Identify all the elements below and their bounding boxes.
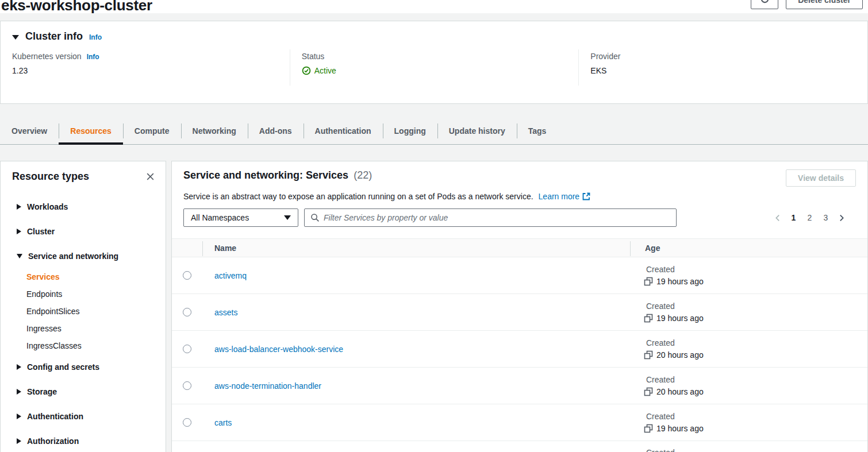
refresh-icon [760, 0, 770, 6]
age-value: 19 hours ago [656, 424, 704, 433]
close-icon[interactable] [145, 172, 155, 181]
cluster-info-info-link[interactable]: Info [89, 33, 102, 41]
row-radio-button[interactable] [183, 308, 191, 316]
page-number-3[interactable]: 3 [820, 213, 831, 222]
field-status: Status Active [290, 49, 579, 86]
service-link[interactable]: aws-load-balancer-webhook-service [214, 345, 343, 354]
column-header-name: Name [202, 244, 630, 253]
service-link[interactable]: aws-node-termination-handler [214, 381, 321, 391]
tab-tags[interactable]: Tags [517, 118, 558, 144]
cluster-info-card: Cluster info Info Kubernetes version Inf… [0, 21, 868, 104]
service-link[interactable]: assets [214, 308, 237, 317]
chevron-right-icon [17, 204, 21, 210]
sidebar-group-label: Cluster [27, 227, 55, 236]
tab-overview[interactable]: Overview [0, 118, 59, 144]
age-value: 19 hours ago [656, 314, 704, 323]
collapse-caret-icon[interactable] [12, 35, 19, 40]
created-label: Created [645, 265, 867, 274]
age-value: 20 hours ago [656, 350, 704, 360]
resource-types-panel: Resource types Workloads Cluster Service… [0, 161, 166, 452]
table-row: aws-load-balancer-webhook-service Create… [172, 331, 867, 368]
chevron-right-icon [17, 364, 21, 370]
tab-resources[interactable]: Resources [59, 118, 123, 144]
sidebar-group-cluster[interactable]: Cluster [1, 219, 166, 244]
provider-value: EKS [590, 66, 856, 75]
chevron-right-icon [17, 438, 21, 444]
kubernetes-version-info-link[interactable]: Info [87, 53, 99, 61]
created-label: Created [645, 375, 867, 384]
copy-icon[interactable] [644, 424, 653, 433]
cluster-tabs: Overview Resources Compute Networking Ad… [0, 118, 868, 145]
tab-compute[interactable]: Compute [123, 118, 181, 144]
row-radio-button[interactable] [183, 271, 191, 280]
services-panel: Service and networking: Services (22) Vi… [171, 161, 868, 452]
search-icon [310, 213, 320, 222]
learn-more-link[interactable]: Learn more [539, 192, 592, 201]
service-link[interactable]: activemq [214, 271, 247, 280]
sidebar-group-authorization[interactable]: Authorization [1, 428, 166, 452]
row-radio-button[interactable] [183, 381, 191, 390]
services-count: (22) [354, 169, 372, 181]
sidebar-group-label: Config and secrets [27, 362, 99, 372]
table-row: aws-node-termination-handler Created 20 … [172, 368, 867, 404]
sidebar-group-authentication[interactable]: Authentication [1, 404, 166, 428]
namespace-dropdown-value: All Namespaces [191, 213, 249, 222]
page-title: eks-workshop-cluster [1, 0, 868, 14]
resource-types-title: Resource types [12, 171, 89, 183]
copy-icon[interactable] [644, 277, 653, 286]
tab-logging[interactable]: Logging [383, 118, 437, 144]
dropdown-caret-icon [284, 215, 291, 220]
table-header-row: Name Age [172, 238, 867, 257]
check-circle-icon [302, 66, 311, 75]
services-filter-input[interactable] [324, 213, 670, 222]
previous-page-icon[interactable] [773, 214, 783, 222]
copy-icon[interactable] [644, 387, 653, 396]
chevron-right-icon [17, 229, 21, 234]
column-header-age: Age [630, 244, 867, 253]
next-page-icon[interactable] [836, 214, 847, 222]
sidebar-group-storage[interactable]: Storage [1, 379, 166, 404]
age-value: 20 hours ago [656, 387, 704, 396]
sidebar-group-config-and-secrets[interactable]: Config and secrets [1, 354, 166, 379]
sidebar-item-endpoints[interactable]: Endpoints [1, 285, 166, 303]
sidebar-group-service-and-networking[interactable]: Service and networking [1, 244, 166, 268]
chevron-right-icon [17, 414, 21, 419]
table-row: assets Created 19 hours ago [172, 294, 867, 331]
sidebar-item-ingresses[interactable]: Ingresses [1, 320, 166, 337]
page-number-1[interactable]: 1 [788, 213, 799, 222]
table-row: carts Created 19 hours ago [172, 404, 867, 441]
sidebar-group-workloads[interactable]: Workloads [1, 194, 166, 219]
page-header: eks-workshop-cluster Delete cluster [0, 0, 868, 13]
services-table: Name Age activemq Created 19 hours ago [172, 238, 867, 452]
sidebar-group-label: Service and networking [28, 252, 118, 261]
sidebar-item-services[interactable]: Services [1, 268, 166, 285]
status-badge: Active [302, 66, 567, 75]
pagination: 1 2 3 [773, 213, 856, 222]
namespace-dropdown[interactable]: All Namespaces [183, 208, 298, 227]
services-panel-title: Service and networking: Services (22) [183, 169, 372, 181]
refresh-button[interactable] [751, 0, 778, 9]
services-description: Service is an abstract way to expose an … [183, 192, 533, 201]
learn-more-text: Learn more [539, 192, 580, 201]
kubernetes-version-label: Kubernetes version [12, 52, 82, 61]
services-filter-box [304, 208, 677, 227]
page-number-2[interactable]: 2 [804, 213, 815, 222]
view-details-button[interactable]: View details [786, 169, 856, 187]
sidebar-item-endpointslices[interactable]: EndpointSlices [1, 303, 166, 320]
tab-update-history[interactable]: Update history [437, 118, 517, 144]
field-kubernetes-version: Kubernetes version Info 1.23 [1, 49, 290, 86]
copy-icon[interactable] [644, 314, 653, 323]
tab-authentication[interactable]: Authentication [304, 118, 383, 144]
field-provider: Provider EKS [578, 49, 867, 86]
created-label: Created [645, 302, 867, 311]
service-link[interactable]: carts [214, 418, 232, 427]
tab-networking[interactable]: Networking [181, 118, 248, 144]
row-radio-button[interactable] [183, 418, 191, 427]
row-radio-button[interactable] [183, 345, 191, 353]
external-link-icon [582, 192, 591, 201]
delete-cluster-button[interactable]: Delete cluster [786, 0, 863, 9]
copy-icon[interactable] [644, 350, 653, 360]
tab-add-ons[interactable]: Add-ons [248, 118, 304, 144]
created-label: Created [645, 412, 867, 421]
sidebar-item-ingressclasses[interactable]: IngressClasses [1, 337, 166, 354]
